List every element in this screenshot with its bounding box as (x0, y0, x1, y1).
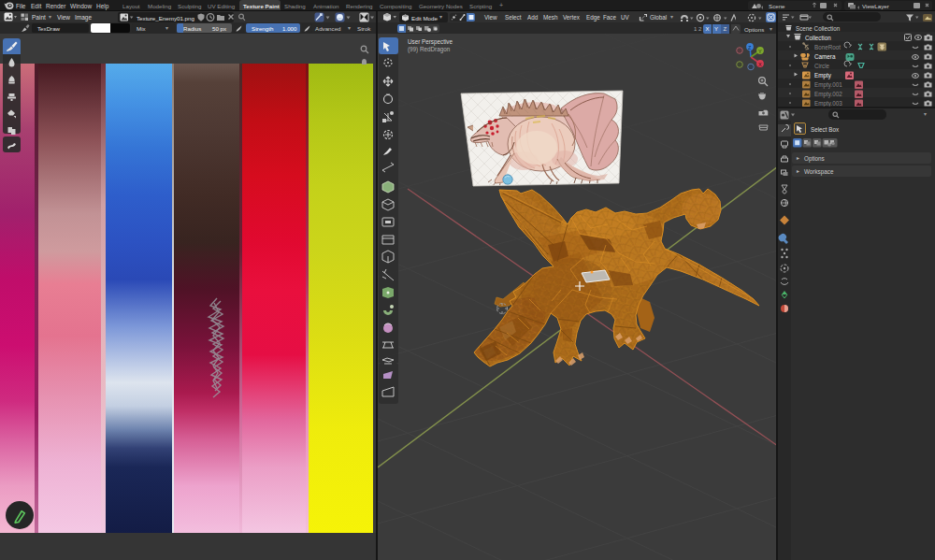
svg-text:Scene Collection: Scene Collection (796, 25, 841, 32)
svg-text:User Perspective: User Perspective (408, 38, 453, 46)
svg-text:Camera: Camera (814, 53, 836, 60)
svg-text:BoneRoot: BoneRoot (814, 44, 841, 50)
svg-text:Empty.002: Empty.002 (814, 91, 842, 98)
svg-text:Collection: Collection (805, 35, 831, 41)
svg-text:Empty: Empty (814, 72, 832, 79)
svg-text:Circle: Circle (814, 63, 830, 69)
svg-text:X: X (758, 62, 762, 67)
svg-text:(99) RedDragon: (99) RedDragon (408, 46, 451, 53)
svg-text:Empty.001: Empty.001 (814, 81, 842, 89)
svg-text:Y: Y (758, 49, 762, 54)
